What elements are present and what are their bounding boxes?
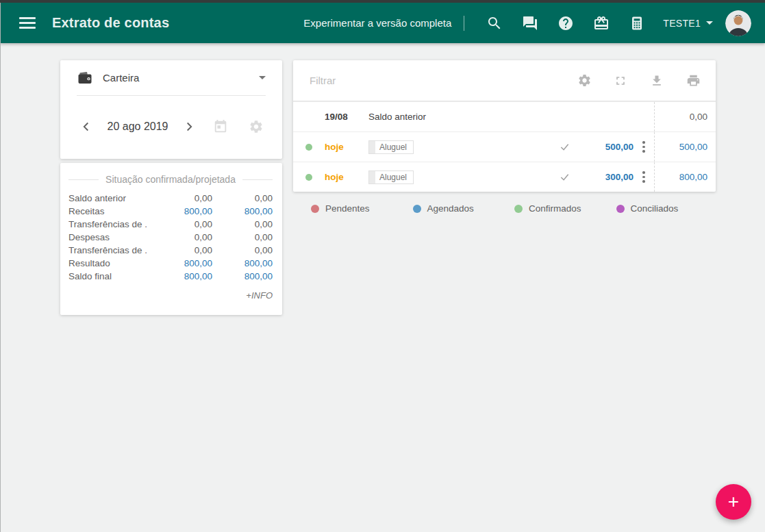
summary-row: Transferências de ... 0,00 0,00	[68, 244, 273, 257]
current-period-label: 20 ago 2019	[95, 121, 181, 133]
table-row-balance: 19/08 Saldo anterior 0,00	[293, 101, 716, 131]
account-selector-card: Carteira 20 ago 2019	[60, 60, 282, 159]
selected-account-label: Carteira	[103, 72, 259, 84]
row-menu-kebab-icon[interactable]	[634, 132, 654, 162]
category-tag[interactable]: Aluguel	[368, 140, 414, 154]
summary-title: Situação confirmada/projetada	[68, 174, 273, 185]
table-row: hoje Aluguel 500,00 500,00	[293, 131, 716, 162]
avatar[interactable]	[725, 10, 751, 36]
status-legend: Pendentes Agendados Confirmados Concilia…	[293, 203, 718, 214]
confirm-check-icon[interactable]	[554, 132, 575, 162]
status-dot	[305, 144, 312, 151]
row-balance: 0,00	[654, 102, 716, 131]
fullscreen-icon[interactable]	[613, 73, 628, 88]
table-row: hoje Aluguel 300,00 800,00	[293, 162, 716, 192]
summary-row: Transferências de ... 0,00 0,00	[68, 218, 273, 231]
transactions-card: 19/08 Saldo anterior 0,00 hoje Aluguel 5…	[293, 60, 716, 192]
more-info-link[interactable]: +INFO	[68, 290, 273, 301]
category-tag[interactable]: Aluguel	[368, 170, 414, 184]
calendar-icon[interactable]	[212, 118, 229, 135]
add-transaction-button[interactable]: +	[716, 484, 751, 520]
row-date: hoje	[325, 132, 368, 162]
summary-row: Saldo final 800,00 800,00	[68, 270, 273, 283]
try-full-version-link[interactable]: Experimentar a versão completa	[303, 17, 451, 29]
chat-icon[interactable]	[522, 15, 538, 31]
legend-dot	[311, 205, 319, 213]
window-edge-line	[0, 3, 1, 532]
row-balance: 500,00	[654, 132, 716, 162]
legend-dot	[413, 205, 421, 213]
summary-row: Saldo anterior 0,00 0,00	[68, 192, 273, 205]
search-icon[interactable]	[486, 15, 503, 31]
chevron-down-icon	[706, 21, 713, 25]
menu-icon[interactable]	[19, 15, 36, 31]
row-date: hoje	[325, 162, 368, 192]
gear-icon[interactable]	[577, 73, 592, 88]
gear-icon[interactable]	[248, 118, 264, 135]
legend-item-agendados: Agendados	[413, 203, 515, 214]
row-balance: 800,00	[654, 162, 716, 192]
window-chrome-strip	[0, 0, 765, 3]
status-dot-empty	[305, 102, 325, 131]
legend-dot	[514, 205, 523, 213]
row-date: 19/08	[325, 102, 368, 131]
legend-item-pendentes: Pendentes	[311, 203, 413, 214]
header-divider	[464, 16, 464, 31]
summary-row: Receitas 800,00 800,00	[68, 205, 273, 218]
app-header: Extrato de contas Experimentar a versão …	[0, 3, 765, 43]
download-icon[interactable]	[649, 73, 664, 88]
legend-item-conciliados: Conciliados	[616, 203, 718, 214]
gift-icon[interactable]	[593, 15, 610, 31]
next-period-button[interactable]	[181, 118, 197, 135]
status-dot	[305, 174, 312, 181]
transactions-toolbar	[293, 60, 716, 101]
account-name: TESTE1	[663, 18, 701, 29]
summary-card: Situação confirmada/projetada Saldo ante…	[60, 163, 282, 315]
account-menu[interactable]: TESTE1	[663, 18, 713, 29]
legend-item-confirmados: Confirmados	[514, 203, 616, 214]
page-title: Extrato de contas	[52, 15, 169, 31]
summary-row: Resultado 800,00 800,00	[68, 257, 273, 270]
prev-period-button[interactable]	[78, 118, 95, 135]
legend-dot	[616, 205, 625, 213]
row-amount: 500,00	[575, 132, 634, 162]
row-amount: 300,00	[575, 162, 634, 192]
row-description: Saldo anterior	[368, 102, 554, 131]
row-menu-kebab-icon[interactable]	[634, 162, 654, 192]
date-navigator: 20 ago 2019	[60, 96, 282, 157]
confirm-check-icon[interactable]	[554, 162, 575, 192]
chevron-down-icon	[259, 76, 266, 79]
help-icon[interactable]	[557, 15, 574, 31]
filter-input[interactable]	[310, 75, 555, 86]
summary-row: Despesas 0,00 0,00	[68, 231, 273, 244]
wallet-icon	[77, 70, 93, 86]
calculator-icon[interactable]	[629, 15, 645, 31]
print-icon[interactable]	[686, 73, 701, 88]
account-select[interactable]: Carteira	[77, 60, 266, 96]
